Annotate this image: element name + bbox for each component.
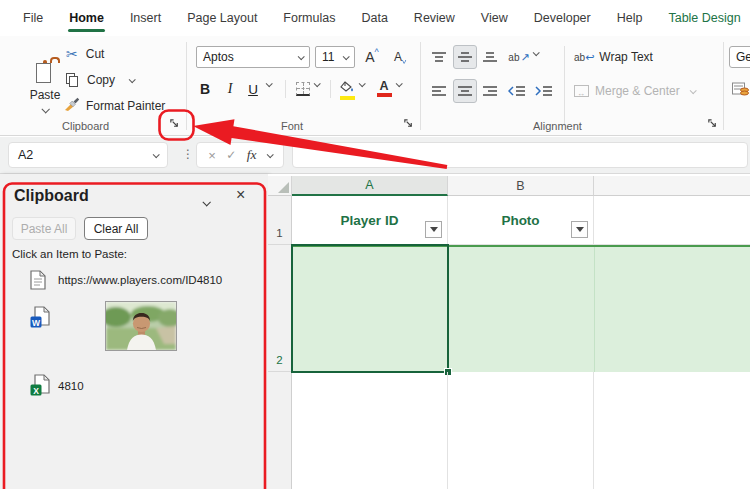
font-dialog-launcher[interactable] — [400, 115, 416, 131]
font-color-button[interactable]: A — [374, 78, 394, 100]
name-box[interactable]: A2 — [8, 142, 168, 168]
underline-icon: U — [248, 82, 258, 97]
name-box-value: A2 — [18, 148, 33, 162]
tab-developer[interactable]: Developer — [521, 2, 604, 34]
merge-center-icon: ↔ — [574, 85, 589, 97]
tab-help[interactable]: Help — [604, 2, 656, 34]
tab-insert[interactable]: Insert — [117, 2, 174, 34]
cell-a3[interactable] — [292, 372, 448, 489]
select-all-button[interactable] — [268, 176, 292, 196]
clipboard-item-link[interactable]: https://www.players.com/ID4810 — [6, 268, 258, 294]
accounting-format-icon[interactable] — [730, 80, 750, 98]
font-name-combobox[interactable]: Aptos — [196, 46, 310, 68]
top-align-button[interactable] — [429, 47, 449, 67]
cell-c3[interactable] — [594, 372, 750, 489]
row-header-3[interactable] — [268, 372, 292, 489]
ribbon-tab-bar: File Home Insert Page Layout Formulas Da… — [0, 0, 750, 36]
name-box-resize-dots-icon[interactable]: ⋮ — [182, 147, 194, 161]
row-header-2[interactable]: 2 — [268, 245, 292, 372]
tab-page-layout[interactable]: Page Layout — [174, 2, 270, 34]
clipboard-item-word-image[interactable]: W — [6, 300, 258, 358]
paste-button[interactable]: Paste — [22, 42, 68, 128]
copy-label: Copy — [87, 73, 115, 87]
wrap-text-button[interactable]: ab ↩ Wrap Text — [574, 47, 653, 67]
column-header-a[interactable]: A — [292, 176, 448, 196]
enter-check-icon[interactable]: ✓ — [226, 148, 236, 162]
selected-cell-a2[interactable] — [291, 244, 449, 373]
tab-table-design[interactable]: Table Design — [655, 2, 750, 34]
number-format-combobox[interactable]: Ger — [729, 46, 750, 68]
font-name-chevron-icon — [298, 53, 305, 60]
worksheet-grid: A B 1 2 Player ID Photo — [268, 174, 750, 489]
name-box-chevron-icon[interactable] — [153, 151, 160, 158]
clipboard-group-label: Clipboard — [62, 120, 109, 132]
cell-b1[interactable]: Photo — [448, 196, 594, 245]
clipboard-item-excel-value[interactable]: X 4810 — [6, 372, 258, 398]
underline-dropdown-chevron-icon[interactable] — [266, 82, 271, 87]
cell-c1[interactable] — [594, 196, 750, 245]
separator — [285, 80, 286, 98]
increase-indent-button[interactable] — [533, 81, 555, 101]
cell-a1[interactable]: Player ID — [292, 196, 448, 245]
increase-font-size-button[interactable]: A ^ — [360, 46, 384, 68]
tab-home[interactable]: Home — [56, 2, 117, 34]
italic-button[interactable]: I — [221, 78, 239, 100]
borders-dropdown-chevron-icon[interactable] — [314, 82, 319, 87]
font-color-bar — [377, 93, 392, 97]
paste-label: Paste — [30, 88, 61, 102]
font-size-combobox[interactable]: 11 — [315, 46, 355, 68]
wrap-return-arrow-icon: ↩ — [585, 51, 594, 64]
tab-data[interactable]: Data — [348, 2, 400, 34]
fill-color-dropdown-chevron-icon[interactable] — [359, 82, 364, 87]
center-button[interactable] — [453, 79, 477, 103]
middle-align-button[interactable] — [453, 45, 477, 69]
copy-button[interactable]: Copy — [66, 70, 134, 90]
clipboard-item-excel-text: 4810 — [58, 380, 84, 392]
filter-button-player-id[interactable] — [425, 221, 442, 238]
fill-color-button[interactable] — [337, 78, 357, 100]
pane-chevron-down-icon[interactable] — [203, 192, 209, 210]
insert-function-fx-icon[interactable]: fx — [247, 147, 257, 163]
decrease-font-size-button[interactable]: A ^ — [388, 46, 412, 68]
borders-button[interactable] — [293, 78, 313, 100]
orientation-dropdown-chevron-icon[interactable] — [533, 51, 538, 56]
player-photo-thumbnail — [105, 301, 177, 351]
align-right-button[interactable] — [480, 81, 500, 101]
cell-b3[interactable] — [448, 372, 594, 489]
alignment-dialog-launcher[interactable] — [704, 115, 720, 131]
column-header-c[interactable] — [594, 176, 750, 196]
tab-view[interactable]: View — [468, 2, 521, 34]
copy-dropdown-chevron-icon[interactable] — [129, 76, 136, 83]
clipboard-dialog-launcher[interactable] — [166, 115, 182, 131]
ribbon: Paste ✂ Cut Copy Format Painter Clipboar… — [0, 36, 750, 136]
align-left-button[interactable] — [429, 81, 449, 101]
underline-button[interactable]: U — [244, 78, 262, 100]
cancel-icon[interactable]: × — [208, 148, 216, 163]
row-header-1[interactable]: 1 — [268, 196, 292, 245]
orientation-button[interactable]: ab ↗ — [508, 47, 530, 67]
decrease-indent-button[interactable] — [506, 81, 528, 101]
fx-chevron-icon[interactable] — [266, 151, 273, 158]
format-painter-button[interactable]: Format Painter — [64, 96, 165, 116]
tab-review[interactable]: Review — [401, 2, 468, 34]
column-header-b[interactable]: B — [448, 176, 594, 196]
formula-action-box: × ✓ fx — [196, 142, 284, 168]
formula-input[interactable] — [292, 142, 748, 168]
paste-all-button: Paste All — [12, 217, 76, 240]
bold-button[interactable]: B — [196, 78, 214, 100]
wrap-text-icon: ab — [574, 52, 585, 63]
row-1-label: 1 — [276, 227, 282, 239]
font-color-dropdown-chevron-icon[interactable] — [396, 82, 401, 87]
format-painter-brush-icon — [64, 97, 80, 116]
cut-button[interactable]: ✂ Cut — [66, 44, 104, 64]
pane-close-icon[interactable]: × — [236, 186, 245, 204]
tab-formulas[interactable]: Formulas — [270, 2, 348, 34]
paste-dropdown-chevron-icon[interactable] — [41, 105, 49, 113]
html-document-icon — [30, 270, 47, 294]
formula-bar-row: A2 ⋮ × ✓ fx — [0, 137, 750, 174]
clear-all-button[interactable]: Clear All — [84, 217, 148, 240]
tab-file[interactable]: File — [10, 2, 56, 34]
copy-icon — [66, 73, 79, 88]
bottom-align-button[interactable] — [480, 47, 500, 67]
filter-button-photo[interactable] — [571, 221, 588, 238]
